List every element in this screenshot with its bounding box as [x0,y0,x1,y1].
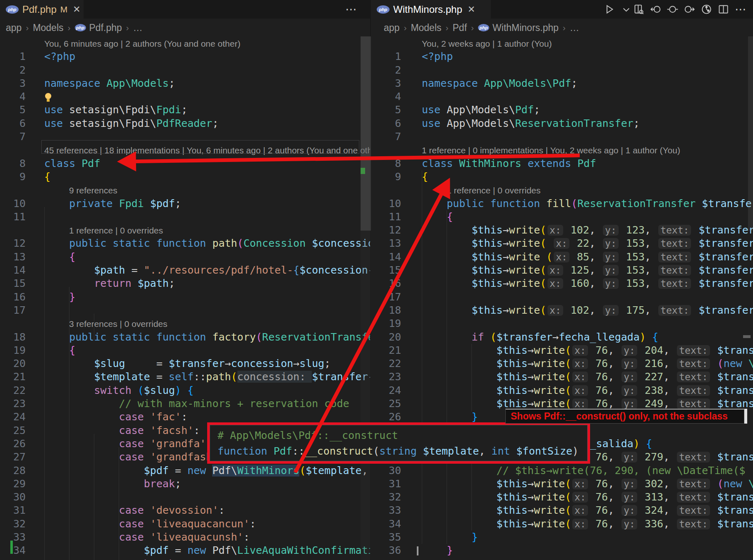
more-actions-icon[interactable]: ⋯ [345,0,358,19]
line-number[interactable]: 9 [371,170,401,183]
run-dropdown-chevron-icon[interactable] [621,4,627,15]
line-number[interactable]: 32 [371,491,401,504]
line-number[interactable]: 29 [0,477,26,491]
code-line[interactable]: 9{ [371,170,753,183]
codelens-text[interactable]: 9 references [69,184,117,197]
line-number[interactable]: 33 [0,531,26,544]
codelens-line[interactable]: 1 reference | 0 overrides [371,183,753,197]
line-number[interactable]: 7 [371,130,401,143]
line-number[interactable]: 35 [371,531,401,544]
codelens-line[interactable]: You, 6 minutes ago | 2 authors (You and … [0,37,371,50]
line-number[interactable] [371,143,401,157]
line-number[interactable]: 17 [0,304,26,317]
hover-popup-construct-signature[interactable]: # App\Models\Pdf::__constructfunction Pd… [210,425,588,461]
close-icon[interactable]: ✕ [468,4,475,15]
open-changes-icon[interactable] [633,4,644,15]
line-number[interactable]: 16 [0,291,26,304]
breadcrumb-item[interactable]: phpWithMinors.php [478,22,559,33]
line-number[interactable]: 24 [371,384,401,397]
line-number[interactable]: 33 [371,504,401,517]
right-scrollbar-slider[interactable] [748,36,753,231]
line-number[interactable]: 5 [0,103,26,117]
codelens-text[interactable]: You, 6 minutes ago | 2 authors (You and … [44,37,240,50]
line-number[interactable]: 14 [371,250,401,264]
code-line[interactable]: 23 // with max-minors + reservation code [0,397,371,410]
line-number[interactable]: 10 [0,197,26,210]
more-actions-icon[interactable]: ⋯ [735,0,747,19]
code-line[interactable]: 11 { [371,210,753,224]
code-line[interactable]: 12 $this→write(x: 102, y: 123, text: $tr… [371,224,753,237]
code-line[interactable]: 19 [371,317,753,330]
line-number[interactable]: 23 [371,370,401,384]
breadcrumb[interactable]: app›Models›Pdf›phpWithMinors.php›… [384,19,579,37]
line-number[interactable]: 3 [371,77,401,90]
code-line[interactable]: 36 } [371,544,753,557]
code-line[interactable]: 3namespace App\Models\Pdf; [371,77,753,90]
code-line[interactable]: 12 public static function path(Concessio… [0,237,371,250]
code-line[interactable]: 35 break; [0,558,371,560]
codelens-text[interactable]: 1 reference | 0 overrides [69,224,163,237]
breadcrumb-item[interactable]: phpPdf.php [75,22,122,33]
line-number[interactable]: 15 [371,264,401,277]
line-number[interactable]: 19 [371,317,401,330]
editor-pane-pdf-php[interactable]: You, 6 minutes ago | 2 authors (You and … [0,37,371,560]
line-number[interactable]: 12 [371,224,401,237]
line-number[interactable]: 26 [371,410,401,424]
code-line[interactable]: 32 $this→write(x: 76, y: 313, text: $tra… [371,491,753,504]
code-line[interactable]: 24 $this→write(x: 76, y: 238, text: $tra… [371,384,753,397]
line-number[interactable]: 36 [371,544,401,557]
code-line[interactable]: 23 $this→write(x: 76, y: 227, text: $tra… [371,370,753,384]
code-line[interactable]: 14 $this→write (x: 85, y: 153, text: $tr… [371,250,753,264]
line-number[interactable]: 20 [371,331,401,344]
breadcrumb-item[interactable]: app [6,22,22,33]
line-number[interactable]: 8 [371,157,401,170]
lightbulb-icon[interactable] [45,93,51,99]
line-number[interactable] [0,143,26,157]
code-line[interactable]: 5use App\Models\Pdf; [371,103,753,117]
tab-withminors-php[interactable]: php WithMinors.php ✕ [371,0,491,19]
line-number[interactable]: 10 [371,197,401,210]
line-number[interactable]: 23 [0,397,26,410]
code-line[interactable]: 33 case 'liveaquacunsh': [0,531,371,544]
line-number[interactable]: 3 [0,77,26,90]
line-number[interactable]: 1 [0,50,26,63]
line-number[interactable]: 31 [0,504,26,517]
breadcrumb-item[interactable]: Pdf [453,22,467,33]
code-line[interactable]: 10 private Fpdi $pdf; [0,197,371,210]
line-number[interactable]: 21 [0,370,26,384]
line-number[interactable]: 30 [0,491,26,504]
line-number[interactable]: 5 [371,103,401,117]
code-line[interactable]: 3namespace App\Models; [0,77,371,90]
code-line[interactable]: 34 $pdf = new Pdf\LiveAquaWithConfirmati [0,544,371,557]
line-number[interactable]: 27 [0,450,26,464]
code-line[interactable]: 10 public function fill(ReservationTrans… [371,197,753,210]
code-line[interactable]: 20 $slug = $transfer→concession→slug; [0,357,371,370]
code-line[interactable]: 18 public static function factory(Reserv… [0,331,371,344]
line-number[interactable]: 9 [0,170,26,183]
codelens-text[interactable]: You, 2 weeks ago | 1 author (You) [422,37,552,50]
code-line[interactable]: 6use setasign\Fpdi\PdfReader; [0,117,371,130]
code-line[interactable]: 4 [0,90,371,103]
code-line[interactable]: 11 [0,210,371,224]
code-line[interactable]: 17 [371,291,753,304]
line-number[interactable] [0,183,26,197]
line-number[interactable]: 13 [371,237,401,250]
code-line[interactable]: 22 $this→write(x: 76, y: 216, text: (new… [371,357,753,370]
code-line[interactable]: 4 [371,90,753,103]
line-number[interactable]: 18 [371,304,401,317]
next-change-icon[interactable] [684,4,695,15]
code-line[interactable]: 9{ [0,170,371,183]
code-line[interactable]: 2 [371,64,753,77]
code-line[interactable]: 30 [0,491,371,504]
code-line[interactable]: 1<?php [371,50,753,63]
code-line[interactable]: 16 $this→write(x: 160, y: 153, text: $tr… [371,277,753,290]
code-line[interactable]: 15 return $path; [0,277,371,290]
code-line[interactable]: 22 switch ($slug) { [0,384,371,397]
code-line[interactable]: 31 case 'devossion': [0,504,371,517]
code-line[interactable]: 28 $pdf = new Pdf\WithMinors($template, [0,464,371,477]
line-number[interactable]: 6 [371,117,401,130]
code-line[interactable]: 29 break; [0,477,371,491]
code-line[interactable]: 18 $this→write(x: 102, y: 175, text: $tr… [371,304,753,317]
code-line[interactable]: 24 case 'fac': [0,410,371,424]
line-number[interactable]: 4 [0,90,26,103]
